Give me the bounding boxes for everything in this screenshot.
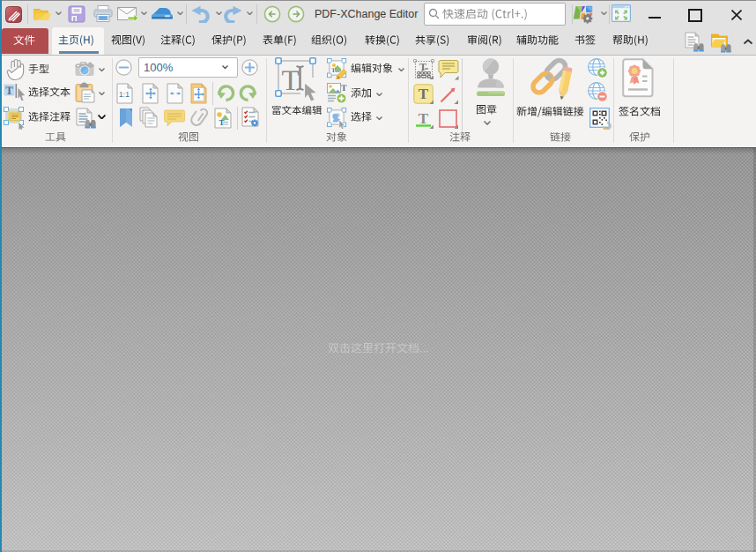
svg-text:T: T bbox=[331, 67, 336, 74]
svg-text:T: T bbox=[341, 84, 347, 93]
svg-text:T: T bbox=[419, 86, 429, 102]
svg-text:1:1: 1:1 bbox=[119, 90, 130, 99]
svg-text:T: T bbox=[281, 65, 299, 97]
svg-text:T: T bbox=[419, 110, 429, 127]
svg-text:T: T bbox=[5, 84, 13, 97]
